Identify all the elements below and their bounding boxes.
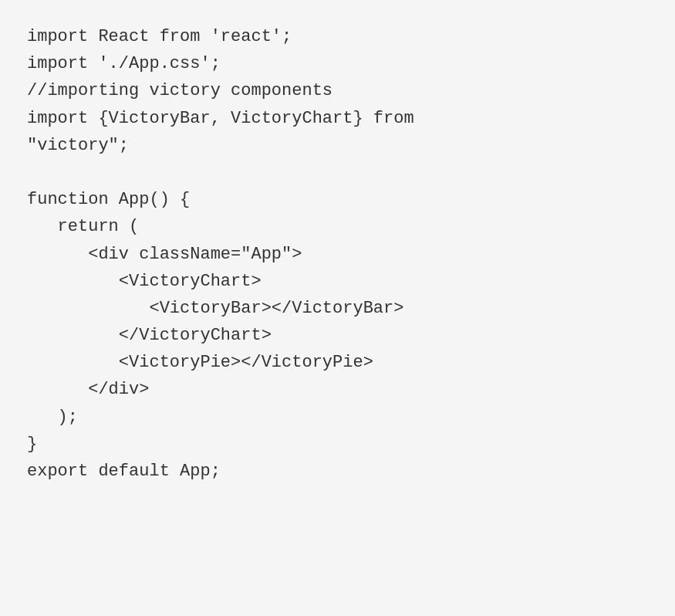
- code-line: </VictoryChart>: [27, 322, 648, 349]
- code-line-empty: [27, 159, 648, 186]
- code-line: "victory";: [27, 132, 648, 159]
- code-line: );: [27, 404, 648, 431]
- code-line: </div>: [27, 376, 648, 403]
- code-line: return (: [27, 213, 648, 240]
- code-container: import React from 'react';import './App.…: [0, 0, 675, 616]
- code-line: //importing victory components: [27, 77, 648, 104]
- code-line: import './App.css';: [27, 50, 648, 77]
- code-line: <div className="App">: [27, 241, 648, 268]
- code-line: <VictoryPie></VictoryPie>: [27, 349, 648, 376]
- code-line: <VictoryBar></VictoryBar>: [27, 295, 648, 322]
- code-line: export default App;: [27, 458, 648, 485]
- code-line: <VictoryChart>: [27, 268, 648, 295]
- code-block: import React from 'react';import './App.…: [27, 23, 648, 485]
- code-line: import React from 'react';: [27, 23, 648, 50]
- code-line: function App() {: [27, 186, 648, 213]
- code-line: import {VictoryBar, VictoryChart} from: [27, 105, 648, 132]
- code-line: }: [27, 431, 648, 458]
